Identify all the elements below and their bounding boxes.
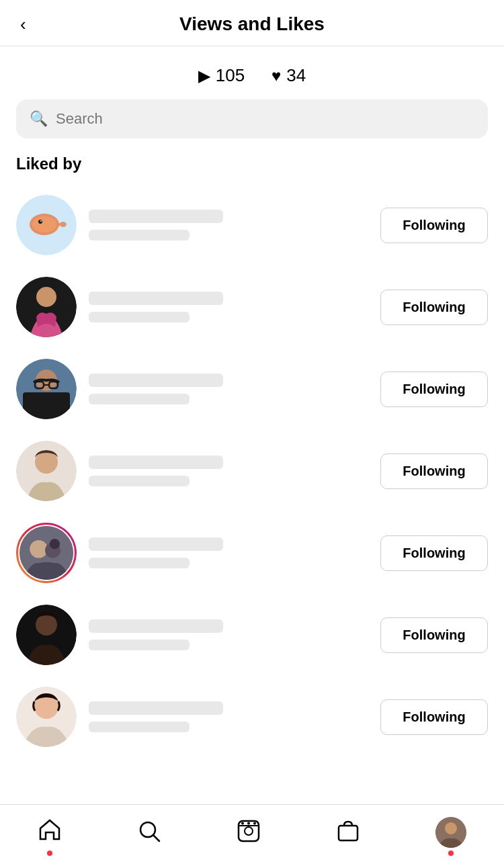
sub-placeholder	[89, 640, 190, 650]
svg-point-3	[38, 220, 42, 224]
sub-placeholder	[89, 476, 190, 486]
nav-item-search[interactable]	[137, 819, 161, 846]
svg-point-2	[32, 216, 56, 232]
likes-stat: ♥ 34	[271, 65, 306, 86]
sub-placeholder	[89, 230, 190, 241]
user-info	[89, 537, 368, 568]
search-bar[interactable]: 🔍	[16, 99, 488, 138]
avatar	[16, 277, 77, 337]
name-placeholder	[89, 701, 223, 715]
user-list: Following Following	[0, 184, 504, 758]
name-placeholder	[89, 292, 223, 305]
list-item: Following	[0, 430, 504, 512]
section-label: Liked by	[0, 155, 504, 184]
svg-point-26	[245, 827, 253, 835]
profile-notification-dot	[448, 851, 454, 856]
search-container: 🔍	[0, 99, 504, 155]
back-button[interactable]: ‹	[20, 15, 26, 33]
header: ‹ Views and Likes	[0, 0, 504, 46]
home-notification-dot	[47, 851, 52, 856]
avatar	[16, 687, 77, 747]
list-item: Following	[0, 184, 504, 266]
following-button[interactable]: Following	[380, 208, 488, 243]
following-button[interactable]: Following	[380, 453, 488, 489]
svg-point-28	[241, 822, 244, 825]
name-placeholder	[89, 455, 223, 469]
nav-item-shop[interactable]	[336, 819, 360, 846]
likes-count: 34	[286, 65, 306, 86]
name-placeholder	[89, 210, 223, 223]
views-count: 105	[216, 65, 245, 86]
avatar	[16, 195, 77, 255]
user-info	[89, 374, 368, 404]
svg-point-33	[445, 822, 457, 834]
svg-line-24	[153, 835, 159, 841]
stats-row: ▶ 105 ♥ 34	[0, 46, 504, 99]
views-stat: ▶ 105	[198, 65, 245, 86]
following-button[interactable]: Following	[380, 535, 488, 571]
sub-placeholder	[89, 722, 190, 732]
svg-point-16	[30, 540, 48, 558]
following-button[interactable]: Following	[380, 372, 488, 407]
sub-placeholder	[89, 394, 190, 404]
list-item: Following	[0, 512, 504, 594]
following-button[interactable]: Following	[380, 699, 488, 735]
user-info	[89, 701, 368, 732]
reels-icon	[237, 819, 261, 846]
svg-rect-31	[339, 826, 358, 840]
nav-item-home[interactable]	[38, 818, 62, 848]
svg-point-6	[36, 287, 56, 307]
user-info	[89, 619, 368, 650]
name-placeholder	[89, 374, 223, 387]
avatar	[16, 605, 77, 665]
home-icon	[38, 818, 62, 848]
svg-rect-9	[23, 392, 70, 419]
avatar	[16, 441, 77, 501]
profile-avatar	[435, 817, 466, 848]
list-item: Following	[0, 348, 504, 430]
list-item: Following	[0, 676, 504, 758]
svg-point-29	[247, 822, 250, 825]
search-icon: 🔍	[30, 110, 48, 128]
bottom-nav	[0, 804, 504, 868]
nav-item-reels[interactable]	[237, 819, 261, 846]
list-item: Following	[0, 266, 504, 348]
search-nav-icon	[137, 819, 161, 846]
sub-placeholder	[89, 312, 190, 322]
avatar-story-ring	[16, 523, 77, 583]
nav-item-profile[interactable]	[435, 817, 466, 848]
page-title: Views and Likes	[179, 13, 325, 35]
play-icon: ▶	[198, 67, 210, 85]
svg-point-18	[50, 539, 60, 549]
user-info	[89, 210, 368, 241]
name-placeholder	[89, 537, 223, 551]
user-info	[89, 455, 368, 486]
user-info	[89, 292, 368, 322]
sub-placeholder	[89, 558, 190, 568]
name-placeholder	[89, 619, 223, 633]
heart-icon: ♥	[271, 67, 281, 85]
svg-point-4	[40, 220, 42, 222]
list-item: Following	[0, 594, 504, 676]
svg-point-30	[253, 822, 256, 825]
avatar	[16, 359, 77, 419]
following-button[interactable]: Following	[380, 290, 488, 325]
following-button[interactable]: Following	[380, 617, 488, 653]
shop-icon	[336, 819, 360, 846]
svg-point-20	[36, 614, 57, 636]
search-input[interactable]	[56, 110, 474, 128]
